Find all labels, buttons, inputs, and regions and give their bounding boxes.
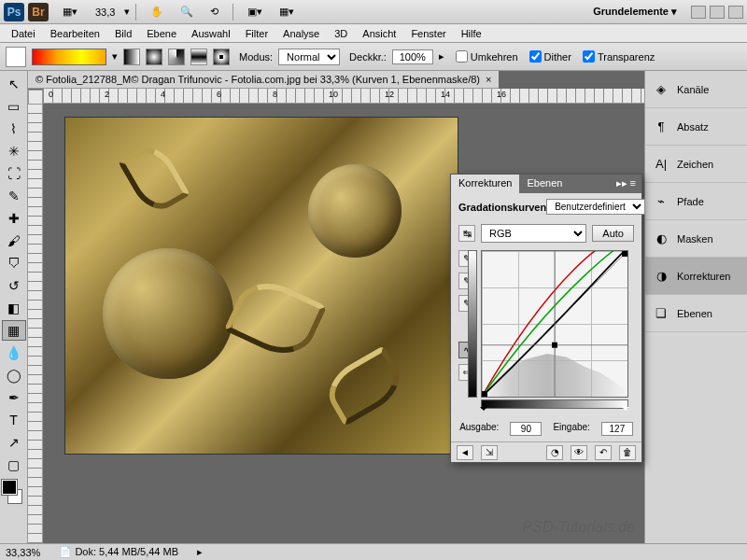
marquee-tool[interactable]: ▭: [2, 96, 26, 117]
bridge-logo[interactable]: Br: [28, 3, 49, 21]
menu-file[interactable]: Datei: [4, 26, 43, 41]
vertical-ruler[interactable]: [28, 105, 43, 543]
blur-tool[interactable]: 💧: [2, 343, 26, 363]
separator: [233, 4, 233, 21]
menu-edit[interactable]: Bearbeiten: [43, 26, 107, 41]
panel-paragraph[interactable]: ¶Absatz: [645, 108, 747, 146]
quick-select-tool[interactable]: ✳: [2, 141, 26, 161]
view-extras-button[interactable]: ▦▾: [56, 3, 84, 21]
history-brush-tool[interactable]: ↺: [2, 275, 26, 296]
healing-tool[interactable]: ✚: [2, 208, 26, 229]
color-swatches[interactable]: [0, 480, 24, 504]
maximize-button[interactable]: [710, 6, 725, 19]
reset-button[interactable]: ↶: [595, 445, 612, 460]
panel-masks[interactable]: ◐Masken: [645, 220, 747, 258]
layers-tab[interactable]: Ebenen: [519, 175, 570, 193]
curves-grid[interactable]: [481, 250, 628, 398]
foreground-swatch[interactable]: [2, 480, 17, 495]
workspace-selector[interactable]: Grundelemente ▾: [585, 3, 685, 21]
canvas-image[interactable]: [65, 118, 458, 454]
eraser-tool[interactable]: ◧: [2, 298, 26, 318]
gradient-angle-button[interactable]: [168, 49, 185, 65]
channel-select[interactable]: RGB: [481, 224, 586, 243]
return-to-list-button[interactable]: ◄: [457, 445, 473, 460]
eyedropper-tool[interactable]: ✎: [2, 186, 26, 206]
masks-icon: ◐: [653, 231, 669, 246]
pen-tool[interactable]: ✒: [2, 387, 26, 408]
delete-adjustment-button[interactable]: 🗑: [619, 445, 636, 460]
black-slider[interactable]: [480, 407, 487, 414]
adjustments-tab[interactable]: Korrekturen: [451, 175, 519, 193]
curves-preset-select[interactable]: Benutzerdefiniert: [546, 199, 645, 215]
auto-button[interactable]: Auto: [592, 225, 634, 242]
gradient-preview[interactable]: [32, 49, 106, 65]
gradient-tool[interactable]: ▦: [2, 320, 26, 341]
watermark: PSD-Tutorials.de: [522, 519, 635, 536]
panel-collapse-button[interactable]: ▸▸ ≡: [611, 175, 641, 193]
menu-filter[interactable]: Filter: [238, 26, 275, 41]
clip-to-layer-button[interactable]: ◔: [546, 445, 563, 460]
lasso-tool[interactable]: ⌇: [2, 119, 26, 139]
curves-panel: Korrekturen Ebenen ▸▸ ≡ Gradationskurven…: [450, 174, 642, 463]
document-tab[interactable]: © Fotolia_212788_M© Dragan Trifunovic - …: [28, 71, 499, 89]
svg-rect-3: [552, 343, 557, 348]
screen-mode-button[interactable]: ▣▾: [241, 3, 269, 21]
hand-tool-shortcut[interactable]: ✋: [144, 3, 170, 21]
ruler-origin[interactable]: [28, 90, 43, 105]
move-tool[interactable]: ↖: [2, 74, 26, 94]
panel-channels[interactable]: ◈Kanäle: [645, 71, 747, 108]
input-gradient-strip[interactable]: [481, 399, 628, 409]
gradient-tool-icon[interactable]: [6, 47, 26, 67]
menu-image[interactable]: Bild: [107, 26, 139, 41]
crop-tool[interactable]: ⛶: [2, 163, 26, 184]
horizontal-ruler[interactable]: 0 2 4 6 8 10 12 14 16: [43, 89, 644, 104]
rotate-view-shortcut[interactable]: ⟲: [204, 3, 225, 21]
panel-layers[interactable]: ❏Ebenen: [645, 295, 747, 332]
curve-lines[interactable]: [482, 251, 627, 397]
toggle-visibility-button[interactable]: 👁: [571, 445, 587, 460]
expand-view-button[interactable]: ⇲: [481, 445, 498, 460]
on-image-tool[interactable]: ↹: [458, 225, 475, 242]
transparency-checkbox[interactable]: Transparenz: [583, 50, 655, 63]
channels-icon: ◈: [653, 82, 669, 97]
panel-paths[interactable]: ⌁Pfade: [645, 183, 747, 220]
type-tool[interactable]: T: [2, 410, 26, 430]
svg-rect-5: [622, 251, 627, 257]
panel-character[interactable]: A|Zeichen: [645, 146, 747, 183]
zoom-tool-shortcut[interactable]: 🔍: [174, 3, 200, 21]
opacity-input[interactable]: [392, 49, 433, 64]
blend-mode-select[interactable]: Normal: [278, 49, 340, 65]
brush-tool[interactable]: 🖌: [2, 231, 26, 251]
menu-help[interactable]: Hilfe: [454, 26, 489, 41]
paragraph-icon: ¶: [653, 119, 669, 134]
close-tab-icon[interactable]: ×: [486, 74, 491, 85]
stamp-tool[interactable]: ⛉: [2, 253, 26, 273]
menu-select[interactable]: Auswahl: [184, 26, 238, 41]
gradient-linear-button[interactable]: [123, 49, 140, 65]
minimize-button[interactable]: [691, 6, 706, 19]
gradient-reflected-button[interactable]: [190, 49, 207, 65]
output-input[interactable]: [510, 422, 542, 436]
reverse-checkbox[interactable]: Umkehren: [456, 50, 518, 63]
menu-layer[interactable]: Ebene: [139, 26, 184, 41]
output-gradient-strip: [468, 250, 477, 398]
input-input[interactable]: [601, 422, 633, 436]
dither-checkbox[interactable]: Dither: [529, 50, 571, 63]
panel-adjustments[interactable]: ◑Korrekturen: [645, 258, 747, 295]
menu-window[interactable]: Fenster: [403, 26, 453, 41]
white-slider[interactable]: [622, 407, 629, 414]
dodge-tool[interactable]: ◯: [2, 365, 26, 385]
menu-view[interactable]: Ansicht: [355, 26, 403, 41]
status-zoom[interactable]: 33,33%: [6, 547, 40, 558]
menu-3d[interactable]: 3D: [327, 26, 355, 41]
status-doc-size[interactable]: 📄 Dok: 5,44 MB/5,44 MB: [59, 546, 178, 558]
zoom-percentage[interactable]: 33,3: [95, 7, 115, 18]
gradient-diamond-button[interactable]: [213, 49, 230, 65]
shape-tool[interactable]: ▢: [2, 455, 26, 475]
arrange-docs-button[interactable]: ▦▾: [273, 3, 301, 21]
path-select-tool[interactable]: ↗: [2, 432, 26, 453]
menu-analysis[interactable]: Analyse: [275, 26, 327, 41]
close-button[interactable]: [728, 6, 743, 19]
svg-rect-4: [482, 391, 487, 397]
gradient-radial-button[interactable]: [146, 49, 162, 65]
